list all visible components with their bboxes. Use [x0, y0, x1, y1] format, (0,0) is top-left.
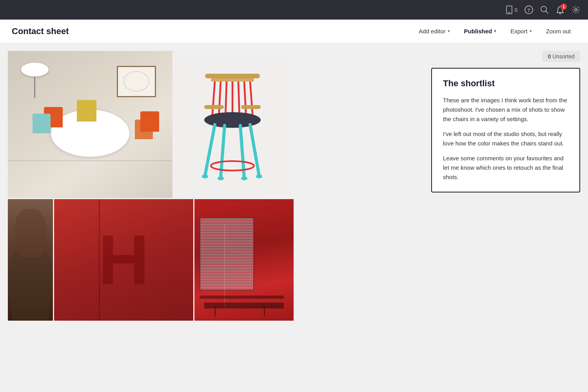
- svg-rect-8: [205, 74, 260, 78]
- published-chevron: ▾: [494, 29, 496, 34]
- image-row-2: H: [8, 199, 419, 321]
- shortlist-paragraph-3: Leave some comments on your favourites a…: [443, 154, 568, 182]
- mobile-preview-icon[interactable]: 0: [505, 5, 517, 14]
- top-bar: 0 ? 1: [0, 0, 588, 20]
- svg-line-5: [546, 11, 548, 13]
- export-label: Export: [510, 28, 527, 34]
- add-editor-chevron: ▾: [448, 29, 450, 34]
- header-actions: Add editor ▾ Published ▾ Export ▾ Zoom o…: [413, 25, 576, 37]
- published-label: Published: [464, 28, 492, 34]
- zoom-out-button[interactable]: Zoom out: [541, 25, 576, 37]
- shortlist-card: The shortlist These are the images I thi…: [431, 68, 580, 192]
- page-title: Contact sheet: [12, 26, 69, 36]
- man-portrait-image[interactable]: [8, 199, 53, 321]
- svg-point-24: [202, 174, 208, 178]
- add-editor-label: Add editor: [419, 28, 445, 34]
- add-editor-button[interactable]: Add editor ▾: [413, 25, 455, 37]
- svg-rect-17: [204, 105, 224, 109]
- main-content: H: [0, 43, 588, 392]
- red-interior-image[interactable]: [194, 199, 294, 321]
- published-button[interactable]: Published ▾: [459, 25, 502, 37]
- shortlist-paragraph-2: I've left out most of the studio shots, …: [443, 129, 568, 148]
- svg-point-25: [218, 176, 224, 180]
- svg-point-6: [559, 13, 561, 14]
- letter-h-decoration: H: [98, 225, 149, 295]
- spindle-chair-image[interactable]: [174, 51, 291, 198]
- zoom-out-label: Zoom out: [546, 28, 571, 34]
- notification-icon[interactable]: 1: [556, 5, 564, 14]
- unsorted-count: 0: [548, 53, 551, 60]
- svg-point-28: [211, 161, 254, 171]
- notification-badge: 1: [561, 4, 567, 10]
- svg-point-7: [575, 9, 577, 11]
- svg-line-16: [250, 82, 253, 119]
- unsorted-badge[interactable]: 0 Unsorted: [542, 51, 580, 62]
- svg-point-19: [204, 112, 261, 128]
- search-icon[interactable]: [540, 5, 549, 14]
- svg-line-10: [212, 82, 215, 119]
- settings-icon[interactable]: [572, 5, 580, 14]
- red-abstract-image[interactable]: H: [54, 199, 193, 321]
- svg-rect-18: [241, 105, 261, 109]
- export-button[interactable]: Export ▾: [505, 25, 537, 37]
- export-chevron: ▾: [530, 29, 532, 34]
- image-row-1: [8, 51, 419, 198]
- svg-text:?: ?: [528, 7, 530, 13]
- right-panel: 0 Unsorted The shortlist These are the i…: [427, 43, 588, 392]
- svg-point-26: [241, 176, 247, 180]
- header: Contact sheet Add editor ▾ Published ▾ E…: [0, 20, 588, 43]
- shortlist-paragraph-1: These are the images I think work best f…: [443, 96, 568, 124]
- unsorted-label: Unsorted: [552, 53, 575, 60]
- svg-point-27: [256, 174, 262, 178]
- dining-image[interactable]: [8, 51, 172, 198]
- shortlist-title: The shortlist: [443, 78, 568, 89]
- mobile-count: 0: [515, 7, 517, 13]
- svg-rect-9: [211, 78, 254, 82]
- help-icon[interactable]: ?: [524, 5, 533, 14]
- images-area: H: [0, 43, 427, 392]
